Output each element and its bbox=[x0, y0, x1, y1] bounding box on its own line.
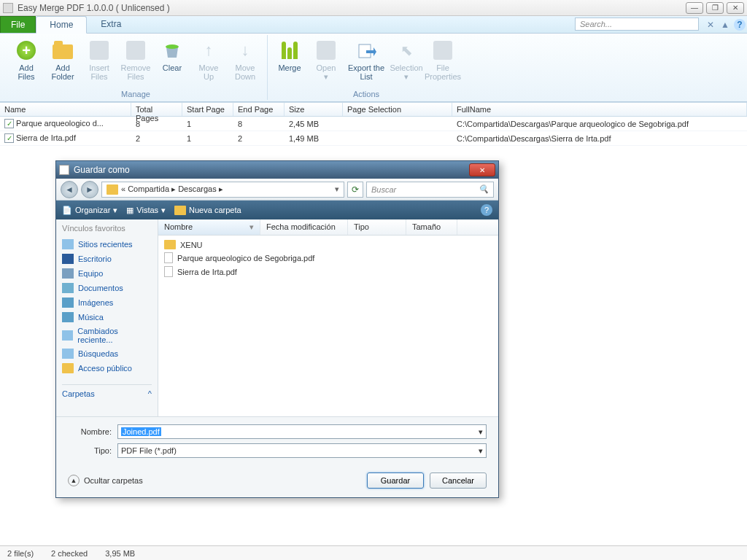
move-up-button[interactable]: ↑Move Up bbox=[191, 35, 226, 85]
save-button[interactable]: Guardar bbox=[367, 472, 424, 489]
col-name[interactable]: Name bbox=[0, 103, 131, 116]
tab-file[interactable]: File bbox=[0, 16, 36, 33]
forward-button[interactable]: ► bbox=[81, 181, 98, 198]
search-folder-icon bbox=[62, 349, 74, 359]
col-start-page[interactable]: Start Page bbox=[182, 103, 233, 116]
remove-files-button[interactable]: Remove Files bbox=[118, 35, 153, 85]
file-properties-button[interactable]: File Properties bbox=[425, 35, 460, 85]
move-down-button[interactable]: ↓Move Down bbox=[228, 35, 263, 85]
chevron-down-icon[interactable]: ▾ bbox=[479, 446, 483, 456]
export-list-button[interactable]: Export the List bbox=[345, 35, 387, 85]
file-list: XENU Parque arqueologico de Segobriga.pd… bbox=[158, 236, 498, 416]
dialog-close-button[interactable]: ✕ bbox=[469, 163, 495, 176]
checkbox[interactable]: ✓ bbox=[4, 119, 14, 128]
app-icon bbox=[3, 3, 13, 13]
favorites-pane: Vínculos favoritos Sitios recientes Escr… bbox=[56, 219, 158, 416]
dialog-help-icon[interactable]: ? bbox=[481, 204, 492, 216]
col-page-selection[interactable]: Page Selection bbox=[343, 103, 452, 116]
col-fecha[interactable]: Fecha modificación bbox=[260, 219, 348, 235]
help-icon[interactable]: ? bbox=[734, 19, 746, 31]
ribbon: +Add Files Add Folder Insert Files Remov… bbox=[0, 34, 747, 102]
list-item[interactable]: XENU bbox=[158, 238, 498, 251]
images-icon bbox=[62, 298, 74, 308]
file-pane: Nombre ▾ Fecha modificación Tipo Tamaño … bbox=[158, 219, 498, 416]
col-fullname[interactable]: FullName bbox=[452, 103, 747, 116]
fav-recently-changed[interactable]: Cambiados reciente... bbox=[62, 324, 152, 346]
chevron-down-icon[interactable]: ▾ bbox=[335, 184, 339, 194]
col-size[interactable]: Size bbox=[285, 103, 343, 116]
maximize-button[interactable]: ❐ bbox=[706, 2, 724, 14]
search-input[interactable]: Search... bbox=[575, 18, 699, 31]
back-button[interactable]: ◄ bbox=[61, 181, 78, 198]
col-end-page[interactable]: End Page bbox=[233, 103, 285, 116]
selection-button[interactable]: ⬉Selection ▾ bbox=[389, 35, 424, 85]
folder-icon bbox=[164, 240, 176, 249]
fav-images[interactable]: Imágenes bbox=[62, 295, 152, 310]
fav-desktop[interactable]: Escritorio bbox=[62, 252, 152, 266]
views-button[interactable]: ▦ Vistas ▾ bbox=[126, 206, 166, 215]
col-tipo[interactable]: Tipo bbox=[348, 219, 406, 235]
new-folder-button[interactable]: Nueva carpeta bbox=[174, 206, 241, 215]
chevron-up-icon: ^ bbox=[148, 389, 152, 398]
fav-computer[interactable]: Equipo bbox=[62, 266, 152, 281]
dialog-toolbar: 📄 Organizar ▾ ▦ Vistas ▾ Nueva carpeta ? bbox=[56, 201, 498, 219]
clear-button[interactable]: Clear bbox=[155, 35, 190, 76]
status-files: 2 file(s) bbox=[7, 549, 34, 558]
add-files-button[interactable]: +Add Files bbox=[9, 35, 44, 85]
checkbox[interactable]: ✓ bbox=[4, 133, 14, 143]
file-list-header: Nombre ▾ Fecha modificación Tipo Tamaño bbox=[158, 219, 498, 236]
col-tamano[interactable]: Tamaño bbox=[406, 219, 457, 235]
list-item[interactable]: Parque arqueologico de Segobriga.pdf bbox=[158, 251, 498, 265]
path-text: « Compartida ▸ Descargas ▸ bbox=[121, 184, 223, 194]
clear-search-icon[interactable]: ✕ bbox=[705, 19, 716, 31]
file-icon bbox=[164, 266, 173, 277]
folder-icon bbox=[62, 363, 74, 373]
tab-extra[interactable]: Extra bbox=[87, 15, 135, 33]
list-item[interactable]: Sierra de Irta.pdf bbox=[158, 265, 498, 279]
save-dialog: Guardar como ✕ ◄ ► « Compartida ▸ Descar… bbox=[55, 160, 499, 498]
minimize-button[interactable]: — bbox=[686, 2, 703, 14]
arrow-down-icon: ↓ bbox=[233, 39, 257, 62]
trash-icon bbox=[162, 40, 182, 61]
filename-input[interactable]: Joined.pdf▾ bbox=[117, 424, 487, 439]
dropdown-icon[interactable]: ▲ bbox=[719, 19, 731, 31]
name-label: Nombre: bbox=[68, 427, 112, 436]
dialog-titlebar[interactable]: Guardar como ✕ bbox=[56, 161, 498, 179]
cancel-button[interactable]: Cancelar bbox=[430, 472, 487, 489]
merge-button[interactable]: Merge bbox=[272, 35, 307, 76]
filetype-select[interactable]: PDF File (*.pdf)▾ bbox=[117, 443, 487, 458]
path-bar[interactable]: « Compartida ▸ Descargas ▸ ▾ bbox=[101, 182, 344, 198]
hide-folders-toggle[interactable]: ▲Ocultar carpetas bbox=[68, 475, 143, 486]
table-row[interactable]: ✓ Parque arqueologico d... 8 1 8 2,45 MB… bbox=[0, 117, 747, 131]
refresh-button[interactable]: ⟳ bbox=[347, 182, 363, 198]
col-nombre[interactable]: Nombre ▾ bbox=[158, 219, 260, 235]
status-bar: 2 file(s) 2 checked 3,95 MB bbox=[0, 545, 747, 560]
fav-documents[interactable]: Documentos bbox=[62, 281, 152, 295]
type-label: Tipo: bbox=[68, 446, 112, 455]
dialog-nav: ◄ ► « Compartida ▸ Descargas ▸ ▾ ⟳ Busca… bbox=[56, 179, 498, 201]
close-button[interactable]: ✕ bbox=[727, 2, 744, 14]
tab-home[interactable]: Home bbox=[36, 16, 87, 34]
folder-icon bbox=[107, 184, 118, 195]
add-folder-button[interactable]: Add Folder bbox=[45, 35, 80, 85]
desktop-icon bbox=[62, 254, 74, 264]
insert-files-button[interactable]: Insert Files bbox=[82, 35, 117, 85]
open-button[interactable]: Open ▾ bbox=[309, 35, 344, 85]
window-title: Easy Merge PDF 1.0.0.0 ( Unlicensed ) bbox=[18, 3, 686, 13]
organize-button[interactable]: 📄 Organizar ▾ bbox=[62, 206, 117, 215]
chevron-down-icon[interactable]: ▾ bbox=[479, 427, 483, 437]
dialog-search-input[interactable]: Buscar 🔍 bbox=[366, 182, 494, 198]
titlebar: Easy Merge PDF 1.0.0.0 ( Unlicensed ) — … bbox=[0, 0, 747, 16]
fav-public[interactable]: Acceso público bbox=[62, 361, 152, 376]
favorites-header: Vínculos favoritos bbox=[62, 224, 152, 233]
fav-recent[interactable]: Sitios recientes bbox=[62, 237, 152, 252]
arrow-up-icon: ↑ bbox=[197, 39, 220, 62]
folder-icon bbox=[53, 44, 73, 59]
properties-icon bbox=[433, 41, 452, 60]
col-total-pages[interactable]: Total Pages bbox=[131, 103, 182, 116]
fav-searches[interactable]: Búsquedas bbox=[62, 346, 152, 361]
search-placeholder: Search... bbox=[580, 20, 612, 28]
folders-toggle[interactable]: Carpetas^ bbox=[62, 384, 152, 398]
fav-music[interactable]: Música bbox=[62, 310, 152, 324]
table-row[interactable]: ✓ Sierra de Irta.pdf 2 1 2 1,49 MB C:\Co… bbox=[0, 131, 747, 146]
